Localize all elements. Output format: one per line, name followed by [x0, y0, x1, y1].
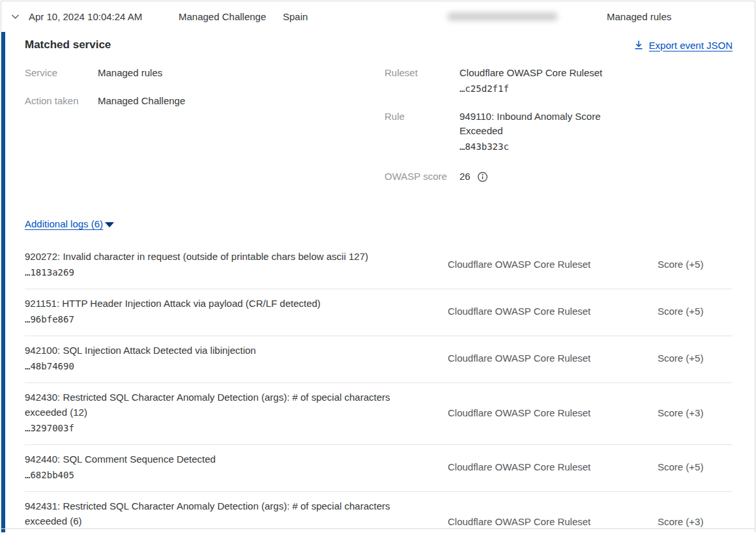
additional-logs-label: Additional logs (6)	[25, 218, 103, 229]
firewall-event-card: Apr 10, 2024 10:04:24 AM Managed Challen…	[1, 1, 755, 532]
caret-down-icon	[105, 222, 114, 227]
log-rule-id: …96bfe867	[25, 313, 426, 326]
log-score: Score (+5)	[658, 353, 733, 364]
log-ruleset-name: Cloudflare OWASP Core Ruleset	[448, 259, 658, 270]
rule-id: …843b323c	[459, 140, 619, 154]
event-action: Managed Challenge	[179, 11, 283, 22]
log-row: 942440: SQL Comment Sequence Detected …6…	[25, 445, 733, 492]
log-ruleset-name: Cloudflare OWASP Core Ruleset	[448, 407, 658, 418]
field-service-label: Service	[25, 66, 98, 80]
ruleset-id: …c25d2f1f	[459, 82, 602, 96]
log-ruleset-name: Cloudflare OWASP Core Ruleset	[448, 306, 658, 317]
log-rule-text: 921151: HTTP Header Injection Attack via…	[25, 298, 321, 309]
expanded-row-accent-bar	[1, 32, 5, 532]
log-row: 920272: Invalid character in request (ou…	[25, 242, 733, 289]
additional-logs-table: 920272: Invalid character in request (ou…	[25, 242, 733, 532]
event-detail-panel: Matched service Export event JSON Servic…	[1, 32, 755, 532]
log-rule-description: 921151: HTTP Header Injection Attack via…	[25, 296, 448, 326]
next-row-divider	[1, 528, 755, 529]
log-rule-text: 942100: SQL Injection Attack Detected vi…	[25, 345, 256, 356]
field-ruleset-label: Ruleset	[385, 66, 459, 96]
field-action-taken-value: Managed Challenge	[98, 94, 185, 108]
log-score: Score (+3)	[658, 407, 733, 418]
chevron-down-icon[interactable]	[10, 11, 21, 22]
log-ruleset-name: Cloudflare OWASP Core Ruleset	[448, 461, 658, 472]
field-service: Service Managed rules	[25, 66, 385, 80]
ruleset-name: Cloudflare OWASP Core Ruleset	[459, 67, 602, 78]
info-icon[interactable]	[477, 171, 488, 182]
log-row: 921151: HTTP Header Injection Attack via…	[25, 289, 733, 336]
field-owasp-score-label: OWASP score	[385, 169, 459, 184]
field-rule-value: 949110: Inbound Anomaly Score Exceeded ……	[459, 109, 619, 154]
download-icon	[633, 40, 644, 50]
log-score: Score (+5)	[658, 461, 733, 472]
log-score: Score (+3)	[658, 516, 733, 527]
field-service-value: Managed rules	[98, 66, 162, 80]
log-rule-description: 942430: Restricted SQL Character Anomaly…	[25, 390, 448, 435]
log-rule-id: …e5f94216	[25, 530, 426, 532]
field-owasp-score: OWASP score 26	[385, 169, 733, 184]
field-ruleset: Ruleset Cloudflare OWASP Core Ruleset …c…	[385, 66, 733, 96]
export-event-json-link[interactable]: Export event JSON	[633, 40, 733, 51]
additional-logs-toggle[interactable]: Additional logs (6)	[25, 218, 114, 229]
export-link-label: Export event JSON	[649, 40, 733, 51]
log-rule-text: 942440: SQL Comment Sequence Detected	[25, 454, 216, 465]
log-rule-description: 942440: SQL Comment Sequence Detected …6…	[25, 452, 448, 482]
event-service: Managed rules	[607, 11, 671, 22]
log-ruleset-name: Cloudflare OWASP Core Ruleset	[448, 516, 658, 527]
log-rule-description: 942431: Restricted SQL Character Anomaly…	[25, 498, 448, 532]
event-summary-row[interactable]: Apr 10, 2024 10:04:24 AM Managed Challen…	[1, 1, 755, 32]
log-row: 942430: Restricted SQL Character Anomaly…	[25, 383, 733, 445]
log-row: 942431: Restricted SQL Character Anomaly…	[25, 492, 733, 532]
field-action-taken-label: Action taken	[25, 94, 98, 108]
log-score: Score (+5)	[658, 306, 733, 317]
log-rule-id: …1813a269	[25, 266, 426, 280]
log-rule-id: …3297003f	[25, 422, 426, 435]
redacted-host	[447, 12, 558, 21]
panel-title: Matched service	[25, 38, 111, 51]
log-score: Score (+5)	[658, 259, 733, 270]
owasp-score-value: 26	[459, 169, 471, 184]
log-rule-text: 942430: Restricted SQL Character Anomaly…	[25, 392, 390, 418]
field-rule: Rule 949110: Inbound Anomaly Score Excee…	[385, 109, 733, 154]
event-timestamp: Apr 10, 2024 10:04:24 AM	[29, 11, 179, 22]
log-rule-id: …48b74690	[25, 360, 426, 373]
field-rule-label: Rule	[385, 109, 459, 154]
log-rule-id: …682bb405	[25, 468, 426, 482]
field-action-taken: Action taken Managed Challenge	[25, 94, 385, 108]
log-rule-description: 920272: Invalid character in request (ou…	[25, 249, 448, 280]
log-row: 942100: SQL Injection Attack Detected vi…	[25, 336, 733, 383]
rule-name: 949110: Inbound Anomaly Score Exceeded	[459, 111, 601, 136]
event-country: Spain	[283, 11, 447, 22]
field-ruleset-value: Cloudflare OWASP Core Ruleset …c25d2f1f	[459, 66, 602, 96]
log-rule-text: 942431: Restricted SQL Character Anomaly…	[25, 500, 390, 526]
log-rule-text: 920272: Invalid character in request (ou…	[25, 251, 368, 262]
log-rule-description: 942100: SQL Injection Attack Detected vi…	[25, 343, 448, 373]
log-ruleset-name: Cloudflare OWASP Core Ruleset	[448, 353, 658, 364]
